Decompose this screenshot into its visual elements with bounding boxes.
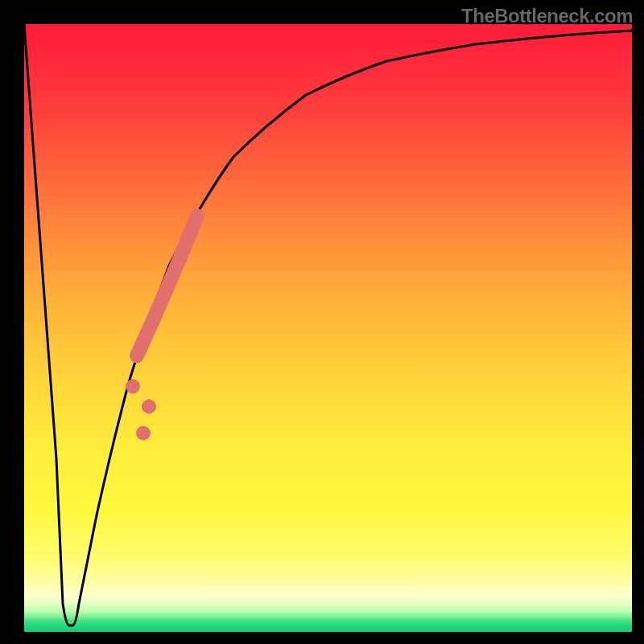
highlight-dot <box>126 379 140 394</box>
highlight-dot <box>142 399 156 414</box>
highlight-dot <box>136 426 151 440</box>
bottleneck-curve <box>24 24 632 625</box>
highlight-segment <box>137 216 197 356</box>
plot-area <box>24 24 632 632</box>
curve-svg <box>24 24 632 632</box>
chart-frame: TheBottleneck.com <box>0 0 644 644</box>
